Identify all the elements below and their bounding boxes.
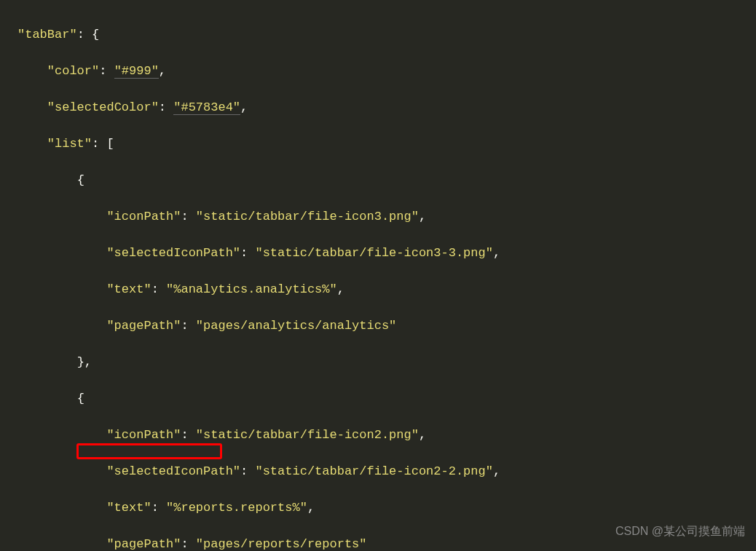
code-line: "selectedIconPath": "static/tabbar/file-… [17,462,756,480]
json-key: "pagePath" [106,319,181,333]
json-key: "selectedIconPath" [106,464,240,478]
code-line: "text": "%analytics.analytics%", [17,280,756,298]
json-key: "text" [106,501,151,515]
code-editor-view[interactable]: "tabBar": { "color": "#999", "selectedCo… [17,7,756,551]
code-line: "selectedIconPath": "static/tabbar/file-… [17,244,756,262]
json-string: "pages/reports/reports" [196,537,367,551]
json-string: "static/tabbar/file-icon3.png" [196,210,419,223]
json-string: "static/tabbar/file-icon2-2.png" [255,464,492,478]
json-key: "text" [106,282,151,296]
json-string: "pages/analytics/analytics" [196,319,396,333]
json-string: "#5783e4" [173,100,240,115]
code-line: { [17,171,756,189]
json-string: "static/tabbar/file-icon2.png" [196,428,419,442]
json-key: "tabBar" [17,28,77,41]
code-line: { [17,389,756,408]
json-string: "static/tabbar/file-icon3-3.png" [255,246,492,260]
code-line: "selectedColor": "#5783e4", [17,98,756,116]
code-line: "pagePath": "pages/analytics/analytics" [17,317,756,335]
watermark-text: CSDN @某公司摸鱼前端 [615,522,745,540]
json-key: "selectedIconPath" [106,246,240,260]
json-key: "color" [47,64,99,78]
json-key: "pagePath" [106,537,181,551]
json-string: "#999" [114,64,159,79]
code-line: "text": "%reports.reports%", [17,499,756,517]
json-key: "iconPath" [106,428,181,442]
json-key: "selectedColor" [47,100,159,114]
code-line: }, [17,353,756,371]
code-line: "list": [ [17,135,756,153]
json-key: "list" [47,137,92,151]
code-line: "iconPath": "static/tabbar/file-icon3.pn… [17,207,756,226]
json-string: "%analytics.analytics%" [166,282,337,296]
code-line: "iconPath": "static/tabbar/file-icon2.pn… [17,426,756,444]
json-string: "%reports.reports%" [166,501,307,515]
code-line: "tabBar": { [17,25,756,44]
code-line: "color": "#999", [17,62,756,80]
json-key: "iconPath" [106,210,181,223]
